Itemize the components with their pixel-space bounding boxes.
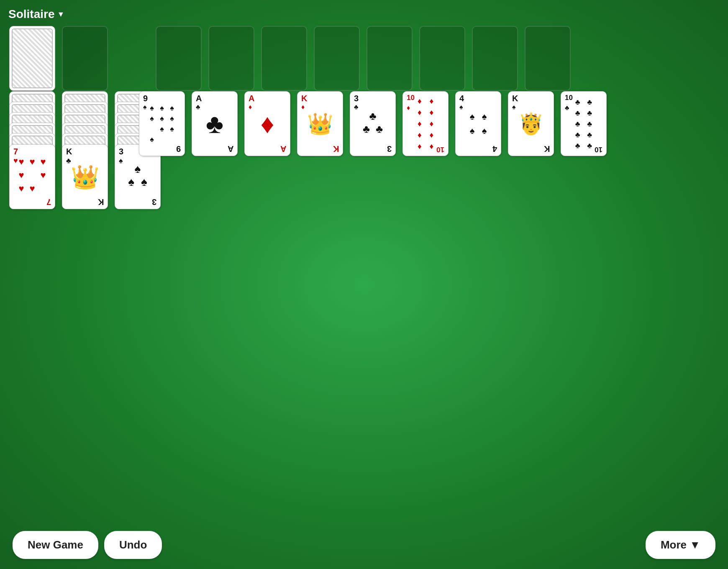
right-buttons: More ▼ (646, 531, 715, 559)
tableau-col12-10c[interactable]: 10 ♣ ♣ ♣ ♣ ♣ ♣ ♣ ♣ ♣ ♣ ♣ 10 (561, 91, 607, 156)
new-game-button[interactable]: New Game (13, 531, 98, 559)
foundation-1[interactable] (156, 26, 202, 91)
tableau-col8-3c[interactable]: 3 ♣ ♣ ♣♣ 3 (350, 91, 396, 156)
tableau-col6-ad[interactable]: A ♦ ♦ A (244, 91, 290, 156)
foundation-4[interactable] (314, 26, 360, 91)
tableau-col5-ac[interactable]: A ♣ ♣ A (192, 91, 238, 156)
tableau-col11-ks[interactable]: K ♠ 🤴 K (508, 91, 554, 156)
foundation-2[interactable] (208, 26, 254, 91)
header-dropdown-arrow[interactable]: ▼ (57, 10, 64, 19)
tableau-col2-kc[interactable]: K ♣ 👑 K (62, 144, 108, 209)
waste-pile[interactable] (62, 26, 108, 91)
foundation-8[interactable] (525, 26, 571, 91)
foundation-3[interactable] (261, 26, 307, 91)
stock-pile[interactable] (9, 26, 55, 91)
tableau-col9-10d[interactable]: 10 ♦ ♦ ♦ ♦ ♦ ♦ ♦ ♦ ♦ ♦ ♦ 10 (402, 91, 449, 156)
tableau-col7-kd[interactable]: K ♦ 👑 K (297, 91, 343, 156)
foundation-5[interactable] (367, 26, 413, 91)
foundation-7[interactable] (472, 26, 518, 91)
bottom-bar: New Game Undo More ▼ (0, 531, 728, 559)
app-header: Solitaire ▼ (8, 8, 64, 21)
tableau-col4-9s[interactable]: 9 ♠ ♠ ♠ ♠ ♠ ♠ ♠ ♠ ♠ ♠ 9 (139, 91, 185, 156)
foundation-6[interactable] (419, 26, 465, 91)
more-button[interactable]: More ▼ (646, 531, 715, 559)
undo-button[interactable]: Undo (104, 531, 162, 559)
app-title[interactable]: Solitaire (8, 8, 54, 21)
tableau-col10-4s[interactable]: 4 ♠ ♠ ♠ ♠ ♠ 4 (455, 91, 501, 156)
tableau-col1-7h[interactable]: 7 ♥ ♥ ♥ ♥ ♥ ♥ ♥ ♥ 7 (9, 144, 55, 209)
left-buttons: New Game Undo (13, 531, 162, 559)
